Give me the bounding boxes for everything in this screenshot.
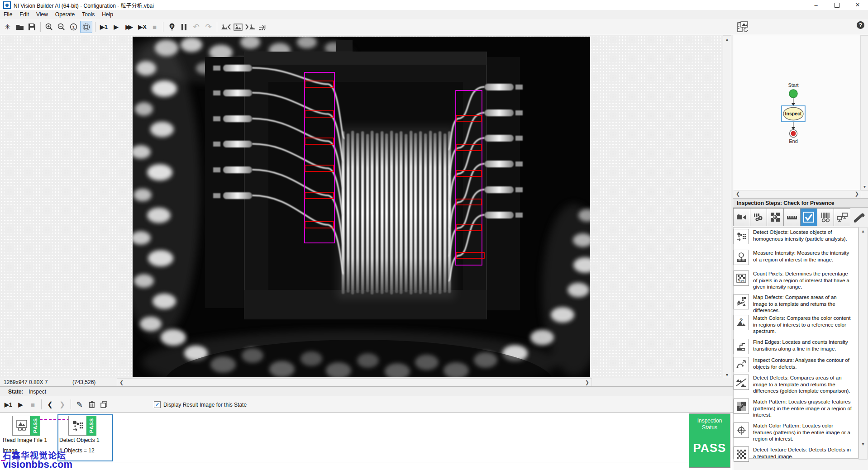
scroll-left-icon[interactable]: ❮ <box>736 191 740 197</box>
state-stop-icon[interactable]: ■ <box>27 399 38 410</box>
open-icon[interactable] <box>14 21 25 33</box>
zoom-out-icon[interactable] <box>56 21 67 33</box>
select-image-icon[interactable] <box>257 21 268 33</box>
tool-item-detect-objects[interactable]: Detect Objects: Locates objects of homog… <box>734 229 852 244</box>
scroll-down-icon[interactable]: ▾ <box>859 442 867 446</box>
image-info: 1269x947 0.80X 7 <box>4 379 48 385</box>
svg-text:1: 1 <box>72 25 75 29</box>
state-value: Inspect <box>29 389 46 395</box>
tab-enhance-images[interactable] <box>750 208 767 226</box>
current-image-icon[interactable] <box>232 21 243 33</box>
tool-item-inspect-contours[interactable]: Inspect Contours: Analyses the contour o… <box>734 357 852 372</box>
tab-measure-features[interactable] <box>783 208 800 226</box>
match-colors-icon: ? <box>734 315 749 330</box>
tab-identify-parts[interactable] <box>817 208 834 226</box>
menu-view[interactable]: View <box>33 10 52 19</box>
main-toolbar: ✳ 1 ▶1 ▶ ▶▶ ▶X ■ γ ↶ ↷ <box>0 19 868 35</box>
tab-locate-features[interactable] <box>767 208 783 226</box>
tab-check-for-presence[interactable] <box>800 208 817 226</box>
state-run-once-icon[interactable]: ▶1 <box>3 399 14 410</box>
previous-state-icon[interactable]: ❮ <box>44 399 56 410</box>
menu-tools[interactable]: Tools <box>78 10 98 19</box>
stop-icon[interactable]: ■ <box>149 21 160 33</box>
tool-item-map-defects[interactable]: Map Defects: Compares areas of an image … <box>734 294 852 314</box>
scroll-right-icon[interactable]: ❯ <box>585 380 589 385</box>
zoom-to-fit-icon[interactable] <box>80 21 92 33</box>
scroll-up-icon[interactable]: ▴ <box>723 37 731 42</box>
help-icon[interactable]: ? <box>857 21 864 29</box>
redo-icon[interactable]: ↷ <box>203 21 214 33</box>
tool-item-match-pattern[interactable]: Match Pattern: Locates grayscale feature… <box>734 399 852 418</box>
delete-step-icon[interactable] <box>86 399 97 410</box>
svg-text:?: ? <box>739 318 743 324</box>
next-state-icon[interactable]: ❯ <box>57 399 68 410</box>
undo-icon[interactable]: ↶ <box>191 21 202 33</box>
zoom-in-icon[interactable] <box>43 21 55 33</box>
pause-icon[interactable] <box>178 21 190 33</box>
menu-edit[interactable]: Edit <box>16 10 33 19</box>
run-inspection-once-icon[interactable]: ▶1 <box>98 21 110 33</box>
next-image-icon[interactable] <box>244 21 256 33</box>
copy-step-icon[interactable] <box>98 399 110 410</box>
new-inspection-icon[interactable]: ✳ <box>2 21 13 33</box>
diagram-horizontal-scrollbar[interactable]: ❮ ❯ <box>734 190 861 198</box>
scroll-down-icon[interactable]: ▾ <box>861 185 868 189</box>
state-run-icon[interactable]: ▶ <box>15 399 26 410</box>
maximize-button[interactable] <box>826 0 847 10</box>
scroll-down-icon[interactable]: ▾ <box>723 373 731 377</box>
diagram-start-node[interactable] <box>789 90 797 98</box>
state-diagram[interactable]: Start Inspect End <box>734 35 860 190</box>
menu-file[interactable]: File <box>0 10 16 19</box>
canvas-horizontal-scrollbar[interactable]: ❮ ❯ <box>117 378 592 387</box>
check-icon: ✓ <box>155 402 159 408</box>
inspection-status-value: PASS <box>689 441 730 455</box>
tool-item-detect-texture-defects[interactable]: Detect Texture Defects: Detects Defects … <box>734 446 852 462</box>
save-icon[interactable] <box>26 21 38 33</box>
tool-item-match-colors[interactable]: ? Match Colors: Compares the color conte… <box>734 315 852 335</box>
tab-acquire-images[interactable] <box>733 208 750 226</box>
canvas-vertical-scrollbar[interactable]: ▴ ▾ <box>723 35 731 379</box>
inspection-status-box: Inspection Status PASS <box>689 413 730 468</box>
step-read-image-file-icon[interactable] <box>12 416 31 436</box>
display-result-checkbox[interactable]: ✓ <box>154 401 161 408</box>
close-button[interactable]: × <box>847 0 868 10</box>
run-inspection-icon[interactable]: ▶ <box>110 21 122 33</box>
steps-row-divider <box>0 462 688 462</box>
tool-item-count-pixels[interactable]: 123.. Count Pixels: Determines the perce… <box>734 271 852 290</box>
run-inspection-n-times-icon[interactable]: ▶X <box>137 21 148 33</box>
inspection-image[interactable] <box>133 37 590 377</box>
scroll-up-icon[interactable]: ▴ <box>859 229 867 233</box>
edit-step-icon[interactable]: ✎ <box>74 399 85 410</box>
menu-help[interactable]: Help <box>98 10 117 19</box>
image-display-area[interactable] <box>0 35 723 378</box>
title-bar: NI Vision Builder AI (64-bit) - Configur… <box>0 0 868 10</box>
tab-additional-tools[interactable] <box>850 208 868 226</box>
tool-item-find-edges[interactable]: Find Edges: Locates and counts intensity… <box>734 339 852 354</box>
zoom-1to1-icon[interactable]: 1 <box>68 21 79 33</box>
run-inspection-loop-icon[interactable]: ▶▶ <box>123 21 136 33</box>
view-result-image-icon[interactable] <box>737 21 749 34</box>
right-panel: Start Inspect End ▾ ❮ ❯ Inspection Steps… <box>733 35 868 470</box>
scroll-right-icon[interactable]: ❯ <box>855 191 859 197</box>
step-detect-objects-icon[interactable] <box>68 416 87 436</box>
svg-text:123..: 123.. <box>739 280 746 283</box>
highlight-icon[interactable]: γ <box>166 21 177 33</box>
display-result-label: Display Result Image for this State <box>163 402 247 408</box>
menu-operate[interactable]: Operate <box>52 10 78 19</box>
tool-list-scrollbar[interactable]: ▴ ▾ <box>858 227 868 460</box>
diagram-start-label: Start <box>788 82 798 88</box>
tool-item-match-color-pattern[interactable]: Match Color Pattern: Locates color featu… <box>734 423 852 442</box>
tool-item-measure-intensity[interactable]: Measure Intensity: Measures the intensit… <box>734 250 852 265</box>
minimize-button[interactable]: – <box>806 0 826 10</box>
scroll-left-icon[interactable]: ❮ <box>119 380 124 385</box>
diagram-inspect-label: Inspect <box>785 111 802 116</box>
previous-image-icon[interactable] <box>220 21 231 33</box>
app-window: NI Vision Builder AI (64-bit) - Configur… <box>0 0 868 470</box>
cursor-position: (743,526) <box>72 379 95 385</box>
tool-item-detect-defects[interactable]: Detect Defects: Compares areas of an ima… <box>734 375 852 394</box>
diagram-vertical-scrollbar[interactable]: ▾ <box>860 35 868 191</box>
step1-status-badge: PASS <box>30 416 40 436</box>
tab-communicate[interactable] <box>834 208 850 226</box>
detect-texture-defects-icon <box>734 446 749 462</box>
step1-label: Read Image File 1 <box>3 437 47 443</box>
